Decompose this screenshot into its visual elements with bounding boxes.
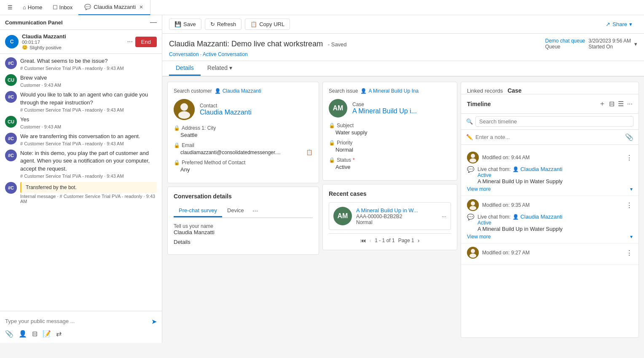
share-button[interactable]: ↗ Share ▾ xyxy=(601,19,637,29)
entry-status: Active xyxy=(478,172,563,178)
pre-chat-survey-tab[interactable]: Pre-chat survey xyxy=(174,205,222,217)
copy-url-button[interactable]: 📋 Copy URL xyxy=(245,19,290,30)
started-sub: Started On xyxy=(588,44,631,50)
more-sub-tabs-button[interactable]: ··· xyxy=(249,205,261,217)
device-tab[interactable]: Device xyxy=(222,205,249,217)
list-view-button[interactable]: ☰ xyxy=(618,100,624,108)
timeline-entries: Modified on: 9:44 AM ⋮ 💬 Live chat from: xyxy=(461,145,639,337)
sentiment-label: Slightly positive xyxy=(30,45,62,50)
pagination: ⏮ ‹ 1 - 1 of 1 Page 1 › xyxy=(329,233,451,244)
message-text: Would you like to talk to an agent who c… xyxy=(20,91,157,106)
refresh-button[interactable]: ↻ Refresh xyxy=(205,19,242,30)
entry-more-button[interactable]: ⋮ xyxy=(626,201,633,209)
linked-records-type: Case xyxy=(507,87,521,94)
comm-panel-header: Communication Panel — xyxy=(0,15,162,30)
copy-label: Copy URL xyxy=(259,21,284,27)
list-item: CU Yes Customer · 9:43 AM xyxy=(0,116,162,129)
save-button[interactable]: 💾 Save xyxy=(169,19,201,30)
person-icon[interactable]: 👤 xyxy=(19,330,27,338)
chevron-down-icon: ▾ xyxy=(629,21,632,27)
lock-icon: 🔒 xyxy=(329,157,335,163)
recent-cases-card: Recent cases AM A Mineral Build Up in W.… xyxy=(322,184,457,250)
view-more-button[interactable]: View more ▾ xyxy=(467,184,633,192)
message-content: Brew valve Customer · 9:43 AM xyxy=(20,74,157,88)
more-timeline-button[interactable]: ··· xyxy=(627,100,633,108)
customer-avatar: CU xyxy=(5,116,17,128)
recent-case-name[interactable]: A Mineral Build Up in W... xyxy=(356,207,418,214)
main-layout: Communication Panel — C Claudia Mazzanti… xyxy=(0,15,644,343)
status-label: 🔒 Status * xyxy=(329,157,451,163)
list-item: #C Would you like to talk to an agent wh… xyxy=(0,91,162,112)
timeline-search-input[interactable] xyxy=(475,116,633,127)
view-more-button[interactable]: View more ▾ xyxy=(467,232,633,240)
more-options-button[interactable]: ··· xyxy=(127,38,133,45)
entry-from-person[interactable]: Claudia Mazzanti xyxy=(521,214,563,220)
svg-point-10 xyxy=(471,249,475,253)
attachment-icon[interactable]: 📎 xyxy=(5,330,13,338)
message-content: Note: in this demo, you play the part of… xyxy=(20,150,157,179)
timeline-header: Timeline ＋ ⊟ ☰ ··· xyxy=(461,94,639,114)
queue-link[interactable]: Demo chat queue xyxy=(545,38,585,44)
home-tab[interactable]: ⌂ Home xyxy=(19,3,47,12)
message-meta: # Customer Service Trial PVA - readonly … xyxy=(20,174,157,179)
case-display-name[interactable]: A Mineral Build Up i... xyxy=(352,107,417,115)
email-copy-icon[interactable]: 📋 xyxy=(306,149,313,155)
queue-info: Demo chat queue Queue 3/20/2023 9:56 AM … xyxy=(545,38,637,50)
entry-from-person[interactable]: Claudia Mazzanti xyxy=(521,166,563,172)
conversation-details-title: Conversation details xyxy=(174,193,313,200)
started-time: 3/20/2023 9:56 AM xyxy=(588,38,631,44)
contact-photo xyxy=(174,99,195,120)
timeline-actions: ＋ ⊟ ☰ ··· xyxy=(599,99,633,108)
message-input[interactable] xyxy=(5,315,151,328)
detail-tabs: Details Related ▾ xyxy=(162,61,644,77)
end-button[interactable]: End xyxy=(135,37,157,47)
inbox-tab[interactable]: ☐ Inbox xyxy=(48,3,77,12)
add-timeline-button[interactable]: ＋ xyxy=(599,99,606,108)
contact-header: Contact Claudia Mazzanti xyxy=(174,99,313,120)
timeline-title: Timeline xyxy=(467,101,491,107)
minimize-comm-panel[interactable]: — xyxy=(150,19,157,26)
case-item-more[interactable]: ··· xyxy=(442,213,446,219)
tab-related[interactable]: Related ▾ xyxy=(201,61,239,76)
tab-details[interactable]: Details xyxy=(169,61,201,76)
entry-more-button[interactable]: ⋮ xyxy=(626,154,633,162)
hamburger-menu[interactable]: ☰ xyxy=(3,3,17,12)
send-button[interactable]: ➤ xyxy=(151,318,157,326)
table-row: AM A Mineral Build Up in W... AAA-00000-… xyxy=(329,202,451,230)
svg-point-5 xyxy=(470,158,476,163)
transfer-icon[interactable]: ⇄ xyxy=(56,330,62,338)
search-icon: 🔍 xyxy=(466,118,473,125)
case-link[interactable]: 👤 A Mineral Build Up Ina xyxy=(360,88,419,94)
customer-link[interactable]: 👤 Claudia Mazzanti xyxy=(215,88,261,94)
svg-point-2 xyxy=(178,111,190,119)
contact-info: C Claudia Mazzanti 00:01:17 😊 Slightly p… xyxy=(5,33,66,50)
contact-display-name[interactable]: Claudia Mazzanti xyxy=(200,109,252,116)
attach-note-button[interactable]: 📎 xyxy=(625,133,633,141)
next-page-button[interactable]: › xyxy=(418,237,420,244)
search-issue-label: Search issue xyxy=(329,88,358,94)
entry-more-button[interactable]: ⋮ xyxy=(626,249,633,257)
claudia-tab[interactable]: 💬 Claudia Mazzanti ✕ xyxy=(78,0,150,15)
queue-detail: Demo chat queue Queue xyxy=(545,38,585,50)
lock-icon: 🔒 xyxy=(174,160,180,166)
expand-record-button[interactable]: ▾ xyxy=(634,41,637,47)
priority-value: Normal xyxy=(329,147,451,153)
entry-subject: A Mineral Build Up in Water Supply xyxy=(478,226,563,232)
tab-related-label: Related xyxy=(207,64,228,71)
chat-icon: 💬 xyxy=(467,166,474,173)
pencil-icon: ✏️ xyxy=(466,134,473,140)
note-input[interactable] xyxy=(475,134,623,140)
note-icon[interactable]: 📝 xyxy=(43,330,51,338)
filter-timeline-button[interactable]: ⊟ xyxy=(609,100,614,108)
entry-avatar xyxy=(467,247,479,259)
person-icon: 👤 xyxy=(513,214,519,220)
entry-time: Modified on: 9:35 AM xyxy=(482,202,530,208)
prev-page-button[interactable]: ‹ xyxy=(370,237,372,244)
tab-close-button[interactable]: ✕ xyxy=(138,3,144,11)
minimize-icon[interactable]: ⊟ xyxy=(32,330,38,338)
toolbar: 💾 Save ↻ Refresh 📋 Copy URL ↗ Share ▾ xyxy=(162,15,644,34)
copy-icon: 📋 xyxy=(250,21,257,27)
entry-icon-row: 💬 Live chat from: 👤 Claudia Mazzanti Act… xyxy=(467,166,633,184)
message-meta: # Customer Service Trial PVA - readonly … xyxy=(20,107,157,112)
first-page-button[interactable]: ⏮ xyxy=(360,237,366,244)
